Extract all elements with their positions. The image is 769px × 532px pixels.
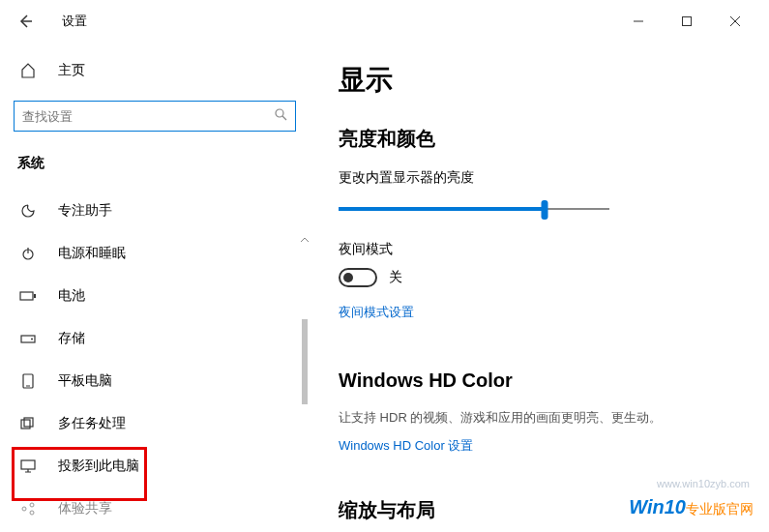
search-input[interactable]	[22, 109, 274, 124]
nightlight-toggle[interactable]	[339, 268, 377, 287]
hdcolor-description: 让支持 HDR 的视频、游戏和应用的画面更明亮、更生动。	[339, 409, 740, 427]
sidebar-item-projecting[interactable]: 投影到此电脑	[14, 445, 296, 488]
svg-point-5	[276, 109, 283, 117]
slider-thumb[interactable]	[541, 200, 547, 220]
nightlight-label: 夜间模式	[339, 241, 740, 258]
home-icon	[19, 62, 37, 79]
sidebar-scrollbar[interactable]	[300, 230, 310, 532]
sidebar-item-label: 专注助手	[58, 202, 112, 220]
sidebar-item-label: 体验共享	[58, 500, 112, 517]
sidebar-item-power-sleep[interactable]: 电源和睡眠	[14, 232, 296, 275]
scroll-thumb[interactable]	[302, 319, 308, 404]
brightness-slider[interactable]	[339, 196, 609, 223]
tablet-icon	[19, 372, 37, 390]
sidebar-item-tablet[interactable]: 平板电脑	[14, 360, 296, 402]
multitask-icon	[19, 415, 37, 432]
sidebar-item-focus-assist[interactable]: 专注助手	[14, 190, 296, 232]
svg-rect-16	[24, 418, 33, 427]
svg-rect-17	[21, 460, 35, 469]
sidebar-item-label: 平板电脑	[58, 372, 112, 390]
svg-rect-2	[683, 17, 692, 26]
back-button[interactable]	[8, 4, 43, 39]
home-label: 主页	[58, 62, 85, 79]
search-input-container[interactable]	[14, 101, 296, 132]
sidebar-item-multitasking[interactable]: 多任务处理	[14, 402, 296, 445]
brightness-slider-label: 更改内置显示器的亮度	[339, 169, 740, 187]
nightlight-settings-link[interactable]: 夜间模式设置	[339, 304, 414, 321]
sidebar-item-storage[interactable]: 存储	[14, 317, 296, 360]
sidebar-item-battery[interactable]: 电池	[14, 275, 296, 317]
watermark-url: www.win10zyb.com	[657, 478, 750, 489]
nightlight-state: 关	[389, 269, 402, 286]
sidebar-item-label: 电源和睡眠	[58, 245, 126, 262]
close-button[interactable]	[723, 9, 748, 34]
maximize-button[interactable]	[674, 9, 699, 34]
search-icon	[274, 107, 287, 125]
sidebar-item-label: 电池	[58, 287, 85, 305]
svg-rect-10	[34, 294, 36, 298]
sidebar-item-label: 存储	[58, 330, 85, 347]
svg-point-20	[30, 511, 34, 515]
svg-point-18	[22, 507, 26, 511]
svg-line-6	[282, 116, 286, 120]
brightness-heading: 亮度和颜色	[339, 126, 740, 152]
moon-icon	[19, 202, 37, 220]
slider-fill	[339, 207, 545, 211]
project-icon	[19, 458, 37, 475]
window-title: 设置	[62, 13, 87, 30]
storage-icon	[19, 330, 37, 347]
sidebar-item-label: 多任务处理	[58, 415, 126, 432]
watermark-logo: Win10专业版官网	[629, 496, 754, 518]
battery-icon	[19, 287, 37, 305]
toggle-knob	[343, 273, 353, 282]
share-icon	[19, 500, 37, 517]
sidebar-item-label: 投影到此电脑	[58, 458, 139, 475]
page-title: 显示	[339, 62, 740, 99]
svg-rect-15	[21, 420, 30, 429]
power-icon	[19, 245, 37, 262]
scroll-up-icon[interactable]	[300, 230, 310, 240]
home-link[interactable]: 主页	[14, 50, 296, 91]
svg-rect-9	[20, 292, 33, 300]
svg-point-19	[30, 503, 34, 507]
hdcolor-heading: Windows HD Color	[339, 369, 740, 392]
hdcolor-link[interactable]: Windows HD Color 设置	[339, 437, 473, 455]
minimize-button[interactable]	[626, 9, 651, 34]
svg-point-12	[31, 339, 33, 340]
section-title: 系统	[14, 155, 296, 172]
sidebar-item-shared-experiences[interactable]: 体验共享	[14, 488, 296, 530]
